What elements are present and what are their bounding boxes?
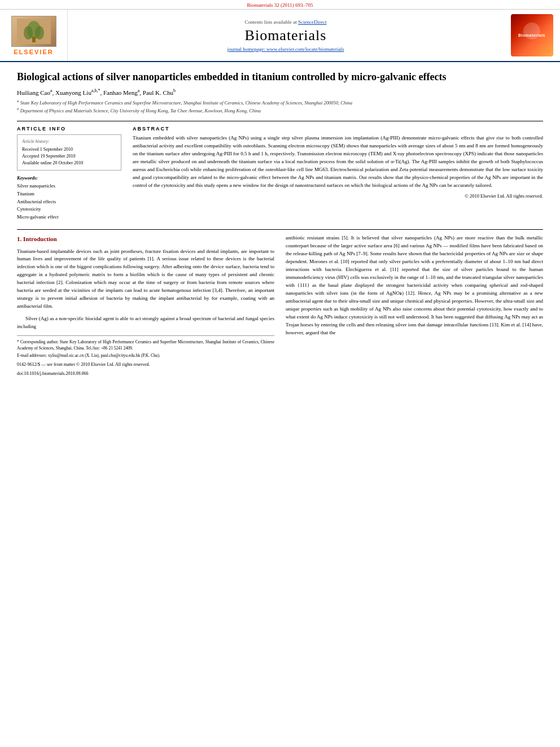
journal-homepage-line: journal homepage: www.elsevier.com/locat… [228,46,344,52]
keyword-4: Cytotoxicity [17,206,121,213]
intro-paragraph-2: Silver (Ag) as a non-specific biocidal a… [17,315,274,331]
svg-rect-4 [32,37,36,42]
body-col-right: antibiotic resistant strains [5]. It is … [286,234,543,377]
abstract-copyright: © 2010 Elsevier Ltd. All rights reserved… [133,193,543,199]
main-content: Biological actions of silver nanoparticl… [0,62,560,386]
keyword-3: Antibacterial effects [17,198,121,206]
journal-citation-text: Biomaterials 32 (2011) 693–705 [247,2,313,8]
authors-line: Huiliang Caoa, Xuanyong Liua,b,*, Fanhao… [17,88,543,96]
article-info-label: ARTICLE INFO [17,126,121,132]
author-chu: Paul K. Chu [143,89,173,96]
article-title: Biological actions of silver nanoparticl… [17,71,543,84]
author-liu: Xuanyong Liu [55,89,91,96]
received-date: Received 1 September 2010 [22,146,116,153]
biomaterials-logo-area: Biomaterials [504,10,560,61]
abstract-column: ABSTRACT Titanium embedded with silver n… [133,126,543,221]
author-cao: Huiliang Cao [17,89,50,96]
affiliation-a: a State Key Laboratory of High Performan… [17,99,543,107]
affiliation-b: b Department of Physics and Materials Sc… [17,107,543,115]
footnote-email: E-mail addresses: xyliu@mail.sic.ac.cn (… [17,352,274,359]
article-history-box: Article history: Received 1 September 20… [17,134,121,171]
footnotes: * Corresponding author. State Key Labora… [17,335,274,377]
footer-doi: doi:10.1016/j.biomaterials.2010.09.066 [17,370,274,377]
footnote-corresponding: * Corresponding author. State Key Labora… [17,339,274,352]
biomaterials-logo: Biomaterials [511,14,553,56]
sciencedirect-link[interactable]: ScienceDirect [298,19,326,25]
journal-citation-bar: Biomaterials 32 (2011) 693–705 [0,0,560,10]
elsevier-tree-logo [11,16,56,47]
accepted-date: Accepted 19 September 2010 [22,153,116,160]
journal-title-area: Contents lists available at ScienceDirec… [68,10,504,61]
intro-paragraph-3: antibiotic resistant strains [5]. It is … [286,234,543,337]
elsevier-logo: ELSEVIER [11,16,56,55]
keyword-2: Titanium [17,190,121,198]
svg-point-3 [35,26,44,40]
keyword-1: Silver nanoparticles [17,182,121,190]
footer-issn: 0142-9612/$ — see front matter © 2010 El… [17,361,274,368]
intro-paragraph-1: Titanium-based implantable devices such … [17,248,274,311]
elsevier-wordmark: ELSEVIER [14,49,53,55]
sciencedirect-line: Contents lists available at ScienceDirec… [245,19,327,25]
available-date: Available online 20 October 2010 [22,160,116,167]
body-col-left: 1. Introduction Titanium-based implantab… [17,234,274,377]
journal-header: ELSEVIER Contents lists available at Sci… [0,10,560,62]
abstract-divider [17,229,543,230]
abstract-text: Titanium embedded with silver nanopartic… [133,134,543,190]
author-meng: Fanhao Meng [103,89,138,96]
biomaterials-logo-label: Biomaterials [518,33,545,37]
body-section: 1. Introduction Titanium-based implantab… [17,234,543,377]
affiliations: a State Key Laboratory of High Performan… [17,99,543,114]
journal-name: Biomaterials [245,27,327,44]
keyword-5: Micro-galvanic effect [17,213,121,221]
article-info-abstract-section: ARTICLE INFO Article history: Received 1… [17,126,543,221]
keywords-label: Keywords: [17,175,121,181]
keywords-section: Keywords: Silver nanoparticles Titanium … [17,175,121,221]
svg-point-2 [24,26,33,40]
elsevier-logo-area: ELSEVIER [0,10,68,61]
intro-heading: 1. Introduction [17,234,274,244]
abstract-label: ABSTRACT [133,126,543,132]
article-history-label: Article history: [22,138,116,145]
article-info-column: ARTICLE INFO Article history: Received 1… [17,126,121,221]
journal-homepage-link[interactable]: www.elsevier.com/locate/biomaterials [266,46,344,52]
header-divider [17,121,543,121]
